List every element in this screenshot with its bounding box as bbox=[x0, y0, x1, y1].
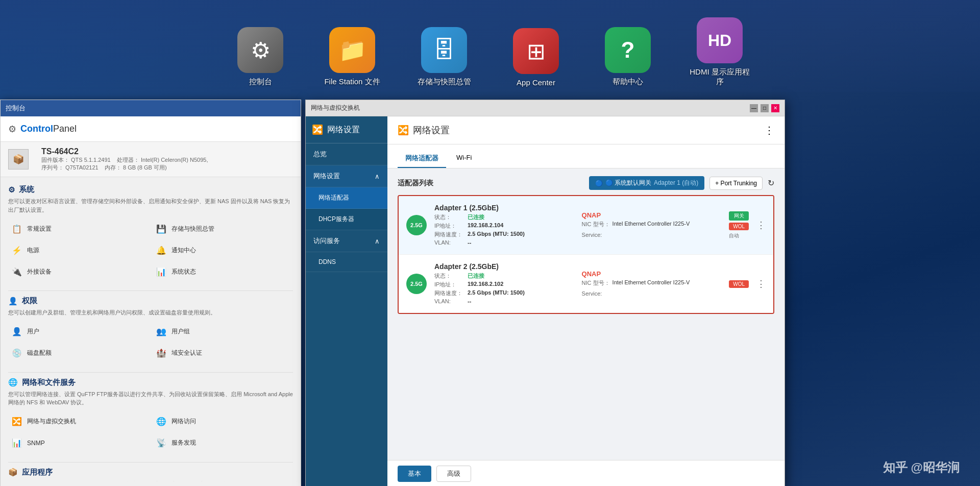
external-icon: 🔌 bbox=[11, 265, 23, 278]
cp-device-name: TS-464C2 bbox=[41, 147, 208, 156]
sidebar-item-ddns[interactable]: DDNS bbox=[306, 252, 387, 272]
adapter1-menu-icon[interactable]: ⋮ bbox=[756, 220, 766, 231]
adapter1-nic-label: NIC 型号： bbox=[582, 221, 610, 228]
control-icon: ⚙ bbox=[237, 27, 283, 73]
taskbar-label-appcenter: App Center bbox=[517, 78, 555, 87]
perm-item-quota[interactable]: 💿 磁盘配额 bbox=[8, 345, 149, 362]
sidebar-item-adapter[interactable]: 网络适配器 bbox=[306, 187, 387, 209]
storage-cp-icon: 💾 bbox=[155, 223, 167, 235]
appcenter-icon: ⊞ bbox=[513, 28, 559, 74]
net-item-access[interactable]: 🌐 网络访问 bbox=[153, 413, 293, 430]
adapter1-status-label: 状态： bbox=[434, 213, 465, 221]
system-item-notify[interactable]: 🔔 通知中心 bbox=[153, 241, 293, 259]
tab-wifi[interactable]: Wi-Fi bbox=[449, 150, 479, 168]
maximize-button[interactable]: □ bbox=[761, 104, 769, 112]
net-item-snmp[interactable]: 📊 SNMP bbox=[8, 434, 149, 452]
adapter1-circle: 2.5G bbox=[406, 215, 427, 235]
ns-body: 🔀 网络设置 总览 网络设置 ∧ 网络适配器 DHCP服务器 访问服务 ∧ bbox=[306, 116, 785, 486]
net-item-vswitch[interactable]: 🔀 网络与虚拟交换机 bbox=[8, 413, 149, 430]
adapter2-vlan-label: VLAN: bbox=[434, 298, 465, 304]
ns-tabs: 网络适配器 Wi-Fi bbox=[387, 144, 785, 168]
sidebar-item-access[interactable]: 访问服务 ∧ bbox=[306, 230, 387, 252]
close-button[interactable]: ✕ bbox=[771, 104, 779, 112]
cpu-value: Intel(R) Celeron(R) N5095, bbox=[141, 157, 208, 163]
external-label: 外接设备 bbox=[27, 268, 52, 276]
ns-adapter-toolbar: 适配器列表 🔵 🔵 系统默认网关 Adapter 1 (自动) + Port T… bbox=[398, 176, 774, 190]
more-icon[interactable]: ⋮ bbox=[764, 124, 774, 136]
apps-title: 应用程序 bbox=[22, 468, 53, 477]
system-item-external[interactable]: 🔌 外接设备 bbox=[8, 263, 149, 280]
adapter1-badges: 网关 WOL 自动 bbox=[729, 211, 749, 239]
taskbar-item-hdmi[interactable]: HD HDMI 显示应用程序 bbox=[689, 17, 750, 87]
cp-device-info2: 序列号： Q75TA02121 内存： 8 GB (8 GB 可用) bbox=[41, 164, 208, 172]
taskbar-item-control[interactable]: ⚙ 控制台 bbox=[230, 27, 291, 87]
sidebar-item-dhcp[interactable]: DHCP服务器 bbox=[306, 209, 387, 230]
adapter2-ip-row: IP地址： 192.168.2.102 bbox=[434, 281, 574, 288]
firmware-value: QTS 5.1.1.2491 bbox=[71, 157, 111, 163]
perm-item-usergroup[interactable]: 👥 用户组 bbox=[153, 323, 293, 341]
adapter2-ip: 192.168.2.102 bbox=[468, 281, 503, 288]
net-item-discovery[interactable]: 📡 服务发现 bbox=[153, 434, 293, 452]
ns-main: 🔀 网络设置 ⋮ 网络适配器 Wi-Fi 适配器列表 bbox=[387, 116, 785, 486]
cp-title: 控制台 bbox=[6, 104, 26, 113]
ns-sidebar-header: 🔀 网络设置 bbox=[306, 116, 387, 143]
taskbar-item-appcenter[interactable]: ⊞ App Center bbox=[505, 28, 567, 87]
adapter-item-1[interactable]: 2.5G Adapter 1 (2.5GbE) 状态： 已连接 IP地址： 19… bbox=[399, 196, 773, 255]
system-title: 系统 bbox=[19, 185, 34, 195]
adapter2-status: 已连接 bbox=[468, 272, 484, 280]
adapter1-name: Adapter 1 (2.5GbE) bbox=[434, 204, 574, 212]
ns-window-title: 网络与虚拟交换机 bbox=[311, 104, 360, 112]
adapter2-manufacturer: QNAP NIC 型号： Intel Ethernet Controller I… bbox=[582, 270, 722, 298]
ns-main-title: 🔀 网络设置 bbox=[398, 124, 450, 136]
access-service-label: 访问服务 bbox=[313, 236, 340, 246]
taskbar-item-help[interactable]: ? 帮助中心 bbox=[597, 27, 658, 87]
adapter1-vlan-row: VLAN: -- bbox=[434, 239, 574, 246]
adapter1-info: Adapter 1 (2.5GbE) 状态： 已连接 IP地址： 192.168… bbox=[434, 204, 574, 247]
system-item-storage[interactable]: 💾 存储与快照总管 bbox=[153, 220, 293, 237]
default-gateway-button[interactable]: 🔵 🔵 系统默认网关 Adapter 1 (自动) bbox=[589, 176, 705, 190]
cp-logo: ControlPanel bbox=[20, 124, 77, 134]
system-item-general[interactable]: 📋 常规设置 bbox=[8, 220, 149, 237]
adapter1-badge-wol: WOL bbox=[729, 223, 749, 230]
device-icon: 📦 bbox=[8, 149, 29, 169]
tab-adapter[interactable]: 网络适配器 bbox=[398, 150, 446, 168]
system-item-power[interactable]: ⚡ 电源 bbox=[8, 241, 149, 259]
advanced-btn[interactable]: 高级 bbox=[436, 466, 471, 482]
minimize-button[interactable]: — bbox=[750, 104, 758, 112]
taskbar-item-storage[interactable]: 🗄 存储与快照总管 bbox=[413, 27, 475, 87]
system-desc: 您可以更改对区和语言设置、管理存储空间和外部设备、启用通知和安全保护、更新 NA… bbox=[8, 197, 293, 214]
filestation-icon: 📁 bbox=[329, 27, 375, 73]
refresh-button[interactable]: ↻ bbox=[768, 178, 774, 188]
network-section-title: 网络和文件服务 bbox=[22, 378, 76, 387]
dhcp-label: DHCP服务器 bbox=[318, 215, 354, 223]
adapter1-vlan-label: VLAN: bbox=[434, 239, 465, 246]
adapter1-manufacturer: QNAP NIC 型号： Intel Ethernet Controller I… bbox=[582, 211, 722, 239]
adapter2-vlan: -- bbox=[468, 298, 471, 304]
adapter1-speed: 2.5 Gbps (MTU: 1500) bbox=[468, 231, 525, 238]
basic-btn[interactable]: 基本 bbox=[398, 466, 431, 482]
taskbar-label-hdmi: HDMI 显示应用程序 bbox=[689, 67, 750, 87]
adapter1-speed-label: 网络速度： bbox=[434, 231, 465, 238]
cp-section-title-permissions: 👤 权限 bbox=[8, 296, 293, 306]
cp-content: ⚙ 系统 您可以更改对区和语言设置、管理存储空间和外部设备、启用通知和安全保护、… bbox=[1, 177, 301, 481]
net-settings-title: 网络设置 bbox=[413, 124, 450, 136]
mem-label: 内存： bbox=[105, 164, 121, 171]
serial-value: Q75TA02121 bbox=[65, 164, 99, 171]
adapter2-service-label: Service: bbox=[582, 290, 602, 297]
port-trunking-button[interactable]: + Port Trunking bbox=[709, 177, 763, 190]
sidebar-header-icon: 🔀 bbox=[312, 124, 323, 135]
usergroup-icon: 👥 bbox=[155, 326, 167, 338]
cp-section-title-network: 🌐 网络和文件服务 bbox=[8, 378, 293, 387]
adapter-item-2[interactable]: 2.5G Adapter 2 (2.5GbE) 状态： 已连接 IP地址： 19… bbox=[399, 255, 773, 313]
sidebar-item-overview[interactable]: 总览 bbox=[306, 143, 387, 165]
perm-item-user[interactable]: 👤 用户 bbox=[8, 323, 149, 341]
sidebar-header-title: 网络设置 bbox=[327, 125, 360, 135]
taskbar-item-filestation[interactable]: 📁 File Station 文件 bbox=[322, 27, 383, 87]
system-item-status[interactable]: 📊 系统状态 bbox=[153, 263, 293, 280]
default-gateway-value: Adapter 1 (自动) bbox=[654, 179, 698, 187]
perm-item-domain[interactable]: 🏰 域安全认证 bbox=[153, 345, 293, 362]
adapter2-menu-icon[interactable]: ⋮ bbox=[756, 278, 766, 289]
power-icon: ⚡ bbox=[11, 244, 23, 256]
sidebar-item-network-settings[interactable]: 网络设置 ∧ bbox=[306, 165, 387, 187]
discovery-icon: 📡 bbox=[155, 437, 167, 449]
